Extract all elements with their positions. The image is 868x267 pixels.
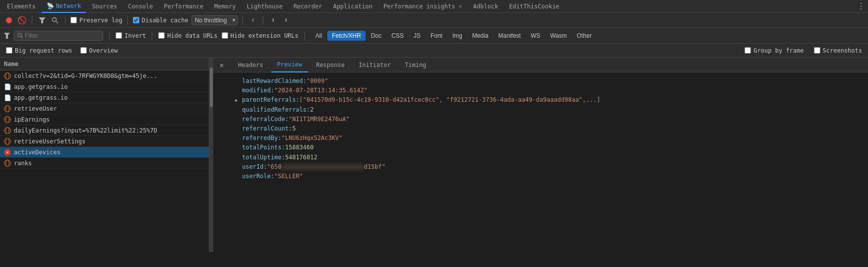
- json-preview-line: referralCode: "NI1T1MR9E2476uA": [219, 115, 862, 124]
- record-stop-button[interactable]: [4, 15, 14, 25]
- group-by-frame-checkbox[interactable]: Group by frame: [744, 47, 804, 54]
- json-key: parentReferrals:: [242, 95, 300, 105]
- json-value: "NI1T1MR9E2476uA": [289, 115, 350, 124]
- request-item-retrieve-user[interactable]: {}retrieveUser: [0, 103, 209, 114]
- type-btn-all[interactable]: All: [311, 31, 326, 41]
- toolbar-divider-3: [127, 16, 128, 25]
- filter-icon-label: [4, 33, 10, 39]
- import-har-icon[interactable]: ⬆: [268, 15, 278, 25]
- detail-tab-initiator[interactable]: Initiator: [353, 58, 397, 72]
- hide-data-urls-checkbox[interactable]: Hide data URLs: [158, 32, 217, 39]
- json-key: totalPoints:: [242, 143, 285, 152]
- clear-button[interactable]: 🚫: [17, 15, 27, 25]
- preserve-log-checkbox[interactable]: Preserve log: [70, 17, 123, 24]
- request-type-icon: {}: [4, 138, 11, 145]
- hide-ext-urls-checkbox[interactable]: Hide extension URLs: [222, 32, 299, 39]
- type-btn-ws[interactable]: WS: [526, 31, 545, 41]
- filter-search-icon: [17, 33, 23, 38]
- screenshots-checkbox[interactable]: Screenshots: [814, 47, 862, 54]
- request-item-ip-earnings[interactable]: {}ipEarnings: [0, 114, 209, 125]
- type-btn-img[interactable]: Img: [448, 31, 467, 41]
- filter-divider-2: [152, 31, 152, 40]
- more-tabs-button[interactable]: ⋮: [856, 1, 866, 11]
- json-preview-line: qualifiedReferrals: 2: [219, 105, 862, 115]
- options-right: Group by frame Screenshots: [744, 47, 862, 54]
- tab-lighthouse[interactable]: Lighthouse: [242, 0, 287, 13]
- filter-input-wrapper: [14, 31, 103, 41]
- detail-tabs: ✕ Headers Preview Response Initiator Tim…: [213, 58, 868, 72]
- tab-memory[interactable]: Memory: [209, 0, 241, 13]
- type-btn-media[interactable]: Media: [468, 31, 493, 41]
- close-detail-button[interactable]: ✕: [217, 61, 226, 69]
- toolbar-divider-4: [243, 16, 243, 25]
- preview-lines: lastRewardClaimed: "0009"modified: "2024…: [219, 76, 862, 181]
- request-name: retrieveUser: [14, 105, 205, 112]
- list-scrollbar[interactable]: [209, 58, 213, 252]
- toolbar-divider-2: [65, 16, 65, 25]
- request-item-app2[interactable]: 📄app.getgrass.io: [0, 92, 209, 103]
- type-btn-manifest[interactable]: Manifest: [494, 31, 525, 41]
- request-name: app.getgrass.io: [14, 94, 205, 101]
- request-type-icon: 📄: [4, 83, 11, 90]
- network-conditions-icon[interactable]: ⚡: [248, 15, 258, 25]
- export-har-icon[interactable]: ⬇: [281, 15, 291, 25]
- list-scrollbar-thumb: [210, 67, 213, 107]
- json-value: "0009": [307, 76, 328, 86]
- tab-application[interactable]: Application: [328, 0, 377, 13]
- detail-tab-response[interactable]: Response: [310, 58, 351, 72]
- detail-tab-headers[interactable]: Headers: [232, 58, 269, 72]
- request-item-active-devices[interactable]: ✕activeDevices: [0, 147, 209, 158]
- filter-input[interactable]: [25, 32, 94, 39]
- tab-adblock[interactable]: Adblock: [468, 0, 503, 13]
- filter-divider-1: [109, 31, 110, 40]
- request-name: retrieveUserSettings: [14, 138, 205, 145]
- request-item-ranks[interactable]: {}ranks: [0, 158, 209, 169]
- type-btn-doc[interactable]: Doc: [367, 31, 386, 41]
- type-btn-font[interactable]: Font: [426, 31, 447, 41]
- request-name: app.getgrass.io: [14, 83, 205, 90]
- main-layout: Name {}collect?v=2&tid=G-7RFWGYK0D8&gtm=…: [0, 58, 868, 252]
- request-item-retrieve-settings[interactable]: {}retrieveUserSettings: [0, 136, 209, 147]
- expand-arrow[interactable]: [235, 95, 242, 105]
- json-key: qualifiedReferrals:: [242, 105, 310, 115]
- svg-point-5: [18, 33, 21, 37]
- json-preview-line: userRole: "SELLER": [219, 172, 862, 181]
- disable-cache-checkbox[interactable]: Disable cache: [133, 17, 188, 24]
- search-icon[interactable]: [50, 15, 60, 25]
- filter-bar: Invert Hide data URLs Hide extension URL…: [0, 28, 868, 44]
- request-type-icon: {}: [4, 105, 11, 112]
- tab-recorder[interactable]: Recorder: [289, 0, 327, 13]
- blurred-userid: xxxxxxxxxxxxxxxxxxxxxxx: [281, 162, 364, 172]
- type-btn-wasm[interactable]: Wasm: [546, 31, 571, 41]
- tab-sources[interactable]: Sources: [87, 0, 122, 13]
- json-value: 548176012: [285, 153, 317, 162]
- detail-tab-preview[interactable]: Preview: [271, 58, 309, 72]
- tab-performance[interactable]: Performance: [159, 0, 208, 13]
- request-item-app1[interactable]: 📄app.getgrass.io: [0, 81, 209, 92]
- tab-console[interactable]: Console: [123, 0, 158, 13]
- request-type-icon: {}: [4, 127, 11, 134]
- json-preview-line: modified: "2024-07-28T13:14:35.614Z": [219, 86, 862, 95]
- type-btn-js[interactable]: JS: [409, 31, 425, 41]
- type-btn-css[interactable]: CSS: [387, 31, 408, 41]
- tab-editthiscookie[interactable]: EditThisCookie: [504, 0, 564, 13]
- big-request-rows-checkbox[interactable]: Big request rows: [6, 47, 72, 54]
- invert-checkbox[interactable]: Invert: [116, 32, 146, 39]
- request-list-header: Name: [0, 58, 209, 70]
- detail-tab-timing[interactable]: Timing: [399, 58, 432, 72]
- tab-elements[interactable]: Elements: [2, 0, 41, 13]
- options-left: Big request rows Overview: [6, 47, 118, 54]
- request-item-collect[interactable]: {}collect?v=2&tid=G-7RFWGYK0D8&gtm=45je.…: [0, 70, 209, 81]
- throttle-select[interactable]: No throttling Fast 3G Slow 3G: [191, 15, 238, 25]
- type-btn-fetch-xhr[interactable]: Fetch/XHR: [327, 31, 366, 41]
- request-item-daily-earnings[interactable]: {}dailyEarnings?input=%7B%22limit%22:25%…: [0, 125, 209, 136]
- json-key: userRole:: [242, 172, 274, 181]
- tab-network[interactable]: 📡 Network: [42, 0, 86, 13]
- overview-checkbox[interactable]: Overview: [80, 47, 118, 54]
- type-btn-other[interactable]: Other: [572, 31, 596, 41]
- filter-icon[interactable]: [37, 15, 47, 25]
- json-key: referralCode:: [242, 115, 289, 124]
- json-value: 5: [292, 124, 296, 134]
- json-key: referredBy:: [242, 134, 281, 143]
- tab-perf-insights[interactable]: Performance insights ⚡: [378, 0, 467, 13]
